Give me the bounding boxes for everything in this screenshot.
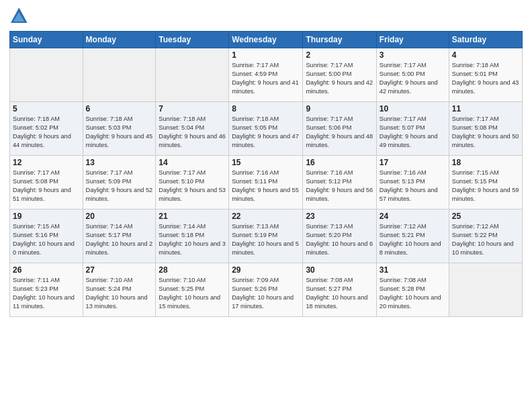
- day-info: Sunrise: 7:17 AM Sunset: 4:59 PM Dayligh…: [232, 61, 300, 96]
- calendar-day-cell: 6Sunrise: 7:18 AM Sunset: 5:03 PM Daylig…: [83, 102, 156, 156]
- calendar-day-cell: 5Sunrise: 7:18 AM Sunset: 5:02 PM Daylig…: [10, 102, 83, 156]
- calendar-day-cell: [83, 48, 156, 102]
- day-number: 9: [306, 104, 373, 113]
- day-info: Sunrise: 7:17 AM Sunset: 5:00 PM Dayligh…: [380, 61, 446, 96]
- calendar-day-cell: 20Sunrise: 7:14 AM Sunset: 5:17 PM Dayli…: [83, 210, 156, 263]
- calendar-day-cell: 4Sunrise: 7:18 AM Sunset: 5:01 PM Daylig…: [449, 48, 522, 102]
- calendar-day-cell: 22Sunrise: 7:13 AM Sunset: 5:19 PM Dayli…: [229, 210, 303, 263]
- day-number: 26: [13, 265, 80, 275]
- day-number: 12: [13, 158, 80, 167]
- day-number: 5: [13, 104, 80, 113]
- day-info: Sunrise: 7:16 AM Sunset: 5:11 PM Dayligh…: [232, 169, 300, 203]
- logo: [9, 7, 30, 26]
- day-number: 20: [86, 212, 153, 221]
- calendar-week-row: 5Sunrise: 7:18 AM Sunset: 5:02 PM Daylig…: [10, 102, 523, 156]
- day-number: 8: [232, 104, 300, 113]
- day-info: Sunrise: 7:15 AM Sunset: 5:16 PM Dayligh…: [13, 222, 80, 257]
- day-info: Sunrise: 7:18 AM Sunset: 5:05 PM Dayligh…: [232, 115, 300, 150]
- day-number: 7: [159, 104, 226, 113]
- calendar-day-cell: 31Sunrise: 7:08 AM Sunset: 5:28 PM Dayli…: [376, 263, 449, 317]
- calendar-day-cell: 15Sunrise: 7:16 AM Sunset: 5:11 PM Dayli…: [229, 156, 303, 210]
- page-header: [9, 7, 523, 26]
- calendar-week-row: 19Sunrise: 7:15 AM Sunset: 5:16 PM Dayli…: [10, 210, 523, 263]
- day-number: 28: [159, 265, 226, 275]
- day-info: Sunrise: 7:08 AM Sunset: 5:27 PM Dayligh…: [306, 276, 373, 311]
- day-number: 21: [159, 212, 226, 221]
- day-info: Sunrise: 7:17 AM Sunset: 5:06 PM Dayligh…: [306, 115, 373, 150]
- day-number: 30: [306, 265, 373, 275]
- day-number: 25: [452, 212, 519, 221]
- calendar-day-cell: 17Sunrise: 7:16 AM Sunset: 5:13 PM Dayli…: [376, 156, 449, 210]
- calendar-day-cell: 29Sunrise: 7:09 AM Sunset: 5:26 PM Dayli…: [229, 263, 303, 317]
- day-number: 13: [86, 158, 153, 167]
- day-number: 15: [232, 158, 300, 167]
- day-info: Sunrise: 7:17 AM Sunset: 5:08 PM Dayligh…: [452, 115, 519, 150]
- weekday-header-row: SundayMondayTuesdayWednesdayThursdayFrid…: [10, 32, 523, 48]
- calendar-day-cell: 23Sunrise: 7:13 AM Sunset: 5:20 PM Dayli…: [303, 210, 376, 263]
- calendar-day-cell: 25Sunrise: 7:12 AM Sunset: 5:22 PM Dayli…: [449, 210, 522, 263]
- calendar-day-cell: 28Sunrise: 7:10 AM Sunset: 5:25 PM Dayli…: [156, 263, 229, 317]
- day-number: 17: [380, 158, 446, 167]
- day-number: 4: [452, 50, 519, 60]
- calendar-day-cell: 8Sunrise: 7:18 AM Sunset: 5:05 PM Daylig…: [229, 102, 303, 156]
- day-number: 2: [306, 50, 373, 60]
- calendar-day-cell: 13Sunrise: 7:17 AM Sunset: 5:09 PM Dayli…: [83, 156, 156, 210]
- day-number: 3: [380, 50, 446, 60]
- weekday-header-friday: Friday: [376, 32, 449, 48]
- calendar-day-cell: 26Sunrise: 7:11 AM Sunset: 5:23 PM Dayli…: [10, 263, 83, 317]
- day-info: Sunrise: 7:16 AM Sunset: 5:12 PM Dayligh…: [306, 169, 373, 203]
- day-info: Sunrise: 7:18 AM Sunset: 5:04 PM Dayligh…: [159, 115, 226, 150]
- day-number: 27: [86, 265, 153, 275]
- page-container: SundayMondayTuesdayWednesdayThursdayFrid…: [0, 0, 532, 411]
- day-info: Sunrise: 7:12 AM Sunset: 5:21 PM Dayligh…: [380, 222, 446, 257]
- calendar-day-cell: 18Sunrise: 7:15 AM Sunset: 5:15 PM Dayli…: [449, 156, 522, 210]
- day-number: 31: [380, 265, 446, 275]
- calendar-day-cell: 27Sunrise: 7:10 AM Sunset: 5:24 PM Dayli…: [83, 263, 156, 317]
- day-info: Sunrise: 7:18 AM Sunset: 5:01 PM Dayligh…: [452, 61, 519, 96]
- calendar-day-cell: 3Sunrise: 7:17 AM Sunset: 5:00 PM Daylig…: [376, 48, 449, 102]
- day-info: Sunrise: 7:10 AM Sunset: 5:25 PM Dayligh…: [159, 276, 226, 311]
- day-number: 24: [380, 212, 446, 221]
- day-number: 29: [232, 265, 300, 275]
- day-number: 6: [86, 104, 153, 113]
- day-number: 1: [232, 50, 300, 60]
- day-info: Sunrise: 7:18 AM Sunset: 5:03 PM Dayligh…: [86, 115, 153, 150]
- calendar-day-cell: 14Sunrise: 7:17 AM Sunset: 5:10 PM Dayli…: [156, 156, 229, 210]
- day-number: 22: [232, 212, 300, 221]
- calendar-day-cell: [10, 48, 83, 102]
- day-info: Sunrise: 7:18 AM Sunset: 5:02 PM Dayligh…: [13, 115, 80, 150]
- calendar-day-cell: 16Sunrise: 7:16 AM Sunset: 5:12 PM Dayli…: [303, 156, 376, 210]
- calendar-day-cell: 9Sunrise: 7:17 AM Sunset: 5:06 PM Daylig…: [303, 102, 376, 156]
- calendar-week-row: 12Sunrise: 7:17 AM Sunset: 5:08 PM Dayli…: [10, 156, 523, 210]
- calendar-day-cell: 10Sunrise: 7:17 AM Sunset: 5:07 PM Dayli…: [376, 102, 449, 156]
- weekday-header-thursday: Thursday: [303, 32, 376, 48]
- day-info: Sunrise: 7:13 AM Sunset: 5:19 PM Dayligh…: [232, 222, 300, 257]
- logo-icon: [9, 7, 28, 26]
- day-number: 11: [452, 104, 519, 113]
- calendar-table: SundayMondayTuesdayWednesdayThursdayFrid…: [9, 31, 523, 317]
- day-number: 23: [306, 212, 373, 221]
- day-info: Sunrise: 7:13 AM Sunset: 5:20 PM Dayligh…: [306, 222, 373, 257]
- day-info: Sunrise: 7:17 AM Sunset: 5:07 PM Dayligh…: [380, 115, 446, 150]
- calendar-day-cell: 1Sunrise: 7:17 AM Sunset: 4:59 PM Daylig…: [229, 48, 303, 102]
- day-number: 16: [306, 158, 373, 167]
- day-info: Sunrise: 7:14 AM Sunset: 5:18 PM Dayligh…: [159, 222, 226, 257]
- calendar-day-cell: [156, 48, 229, 102]
- day-info: Sunrise: 7:15 AM Sunset: 5:15 PM Dayligh…: [452, 169, 519, 203]
- day-info: Sunrise: 7:16 AM Sunset: 5:13 PM Dayligh…: [380, 169, 446, 203]
- day-number: 14: [159, 158, 226, 167]
- calendar-day-cell: 30Sunrise: 7:08 AM Sunset: 5:27 PM Dayli…: [303, 263, 376, 317]
- day-info: Sunrise: 7:11 AM Sunset: 5:23 PM Dayligh…: [13, 276, 80, 311]
- day-info: Sunrise: 7:10 AM Sunset: 5:24 PM Dayligh…: [86, 276, 153, 311]
- calendar-day-cell: 2Sunrise: 7:17 AM Sunset: 5:00 PM Daylig…: [303, 48, 376, 102]
- calendar-week-row: 26Sunrise: 7:11 AM Sunset: 5:23 PM Dayli…: [10, 263, 523, 317]
- day-info: Sunrise: 7:17 AM Sunset: 5:09 PM Dayligh…: [86, 169, 153, 203]
- weekday-header-monday: Monday: [83, 32, 156, 48]
- calendar-day-cell: 24Sunrise: 7:12 AM Sunset: 5:21 PM Dayli…: [376, 210, 449, 263]
- weekday-header-sunday: Sunday: [10, 32, 83, 48]
- calendar-day-cell: 19Sunrise: 7:15 AM Sunset: 5:16 PM Dayli…: [10, 210, 83, 263]
- calendar-week-row: 1Sunrise: 7:17 AM Sunset: 4:59 PM Daylig…: [10, 48, 523, 102]
- day-number: 10: [380, 104, 446, 113]
- day-info: Sunrise: 7:17 AM Sunset: 5:00 PM Dayligh…: [306, 61, 373, 96]
- day-info: Sunrise: 7:17 AM Sunset: 5:08 PM Dayligh…: [13, 169, 80, 203]
